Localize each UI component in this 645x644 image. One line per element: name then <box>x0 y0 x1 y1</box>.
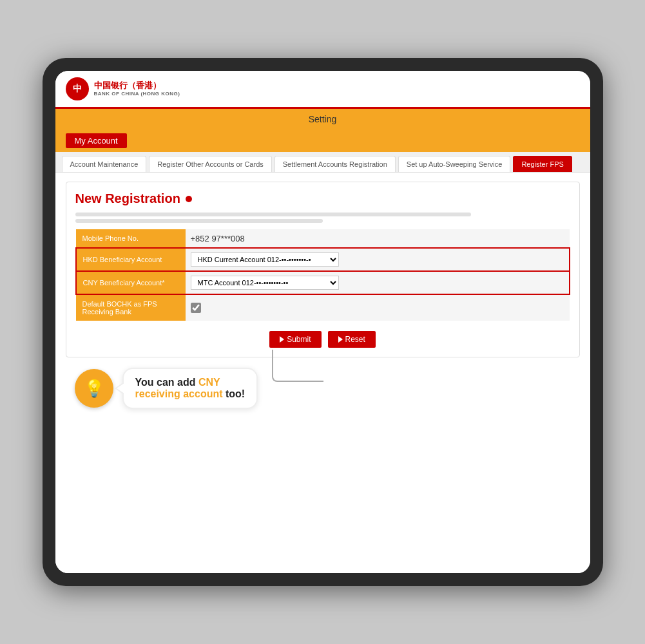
cny-dropdown-container: MTC Account 012-••-•••••••-•• <box>191 276 564 290</box>
cny-account-value: MTC Account 012-••-•••••••-•• <box>186 271 570 294</box>
reset-button[interactable]: Reset <box>328 331 376 348</box>
tab-settlement[interactable]: Settlement Accounts Registration <box>274 156 396 172</box>
section-title: New Registration <box>75 191 570 206</box>
bank-name-chinese: 中国银行（香港） <box>94 80 180 91</box>
hkd-account-value: HKD Current Account 012-••-•••••••-• <box>186 248 570 271</box>
form-table: Mobile Phone No. +852 97***008 HKD Benef… <box>75 229 570 321</box>
my-account-tab[interactable]: My Account <box>66 133 127 148</box>
callout-receiving-text: receiving account <box>135 388 223 399</box>
tab-account-maintenance[interactable]: Account Maintenance <box>62 156 147 172</box>
reset-play-icon <box>338 336 343 343</box>
button-row: Submit Reset <box>75 331 570 348</box>
submit-label: Submit <box>287 335 311 344</box>
field-default-bochk: Default BOCHK as FPS Receiving Bank <box>76 294 570 321</box>
main-content: New Registration Mobile Phone No. +852 <box>55 173 590 573</box>
title-indicator <box>186 196 192 202</box>
bank-name: 中国银行（香港） BANK OF CHINA (HONG KONG) <box>94 80 180 97</box>
default-bochk-checkbox[interactable] <box>191 303 201 313</box>
submit-button[interactable]: Submit <box>269 331 321 348</box>
bank-header: 中 中国银行（香港） BANK OF CHINA (HONG KONG) <box>55 71 590 109</box>
field-mobile-phone: Mobile Phone No. +852 97***008 <box>76 229 570 248</box>
bulb-icon: 💡 <box>75 369 113 408</box>
reset-label: Reset <box>345 335 365 344</box>
hkd-dropdown-container: HKD Current Account 012-••-•••••••-• <box>191 252 564 267</box>
callout-cny-text: CNY <box>198 377 220 388</box>
new-registration-title: New Registration <box>75 191 180 206</box>
bank-logo-icon: 中 <box>66 77 89 100</box>
default-bochk-checkbox-cell <box>186 294 570 321</box>
setting-nav: Setting <box>55 109 590 129</box>
mobile-phone-value: +852 97***008 <box>186 229 570 248</box>
field-hkd-account: HKD Beneficiary Account HKD Current Acco… <box>76 248 570 271</box>
callout-area: 💡 You can add CNY receiving account too! <box>66 368 580 409</box>
cny-account-select[interactable]: MTC Account 012-••-•••••••-•• <box>191 276 339 290</box>
tab-row: Account Maintenance Register Other Accou… <box>55 152 590 173</box>
setting-label: Setting <box>309 114 337 124</box>
progress-bar-long <box>75 213 471 216</box>
hkd-account-select[interactable]: HKD Current Account 012-••-•••••••-• <box>191 252 339 267</box>
progress-bar-short <box>75 219 323 223</box>
section-box: New Registration Mobile Phone No. +852 <box>66 182 580 357</box>
submit-play-icon <box>280 336 284 343</box>
cny-account-label: CNY Beneficiary Account* <box>76 271 186 294</box>
field-cny-account: CNY Beneficiary Account* MTC Account 012… <box>76 271 570 294</box>
checkbox-container <box>191 303 564 313</box>
bank-name-english: BANK OF CHINA (HONG KONG) <box>94 91 180 97</box>
callout-bubble: You can add CNY receiving account too! <box>122 368 258 409</box>
callout-too-text: too! <box>223 388 245 399</box>
tab-register-other[interactable]: Register Other Accounts or Cards <box>149 156 271 172</box>
mobile-phone-label: Mobile Phone No. <box>76 229 186 248</box>
progress-bars <box>75 213 570 223</box>
tab-register-fps[interactable]: Register FPS <box>513 156 572 172</box>
sub-nav: My Account <box>55 129 590 152</box>
phone-number: +852 97***008 <box>191 234 245 243</box>
bulb-emoji: 💡 <box>84 379 104 399</box>
bank-logo: 中 中国银行（香港） BANK OF CHINA (HONG KONG) <box>66 77 180 100</box>
default-bochk-label: Default BOCHK as FPS Receiving Bank <box>76 294 186 321</box>
tab-auto-sweep[interactable]: Set up Auto-Sweeping Service <box>398 156 511 172</box>
hkd-account-label: HKD Beneficiary Account <box>76 248 186 271</box>
tablet-frame: 中 中国银行（香港） BANK OF CHINA (HONG KONG) Set… <box>43 58 603 586</box>
tablet-screen: 中 中国银行（香港） BANK OF CHINA (HONG KONG) Set… <box>55 71 590 573</box>
callout-text-part1: You can add <box>135 377 198 388</box>
